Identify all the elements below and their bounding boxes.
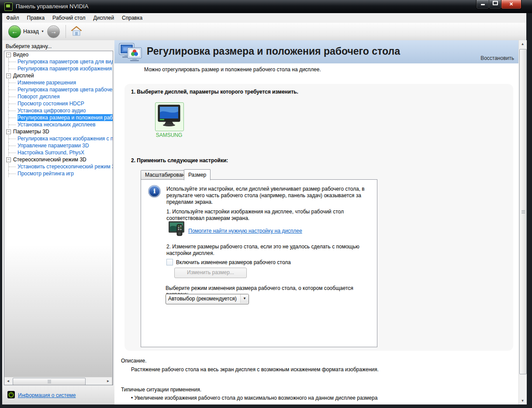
vertical-scrollbar[interactable]: ▲ ▼ [518,40,527,405]
monitor-icon [155,103,183,130]
usage-title: Типичные ситуации применения. [121,387,201,393]
back-arrow-icon: ← [11,28,18,35]
tree-item-3d-preview[interactable]: Регулировка настроек изображения с просм… [4,135,113,142]
tree-item-multiple-displays[interactable]: Установка нескольких дисплеев [4,121,113,128]
tree-item-3d-manage[interactable]: Управление параметрами 3D [4,142,113,149]
tree-category-video[interactable]: − Видео [4,51,113,58]
tree-label: Стереоскопический режим 3D [13,156,86,163]
horizontal-scrollbar[interactable]: ◄ ► [4,377,112,385]
tv-remote-icon [168,220,187,239]
sidebar: Выберите задачу... − Видео Регулировка п… [2,40,114,405]
menu-display[interactable]: Дисплей [89,13,118,23]
system-info-link[interactable]: Информация о системе [18,392,76,398]
tab-size[interactable]: Размер [184,169,211,180]
menu-desktop[interactable]: Рабочий стол [48,13,89,23]
tree-category-3d-settings[interactable]: − Параметры 3D [4,128,113,135]
scroll-down-icon[interactable]: ▼ [519,397,526,405]
tree-item-hdcp[interactable]: Просмотр состояния HDCP [4,100,113,107]
home-button[interactable] [71,26,82,37]
resize-mode-dropdown[interactable]: Автовыбор (рекомендуется) ▼ [166,294,249,304]
enable-resize-row: Включить изменение размеров рабочего сто… [166,259,291,265]
app-body: Файл Правка Рабочий стол Дисплей Справка… [2,13,526,405]
tree-item-surround-physx[interactable]: Настройка Surround, PhysX [4,149,113,156]
window-title: Панель управления NVIDIA [16,3,88,10]
tree-item-resolution[interactable]: Изменение разрешения [4,79,113,86]
step2-title: 2. Применить следующие настройки: [131,157,228,164]
tree-label: Дисплей [13,72,34,79]
enable-resize-checkbox[interactable] [166,259,173,265]
task-header: Выберите задачу... [6,43,52,49]
help-find-setting-link[interactable]: Помогите найти нужную настройку на диспл… [188,228,302,234]
collapse-icon[interactable]: − [6,129,11,134]
maximize-button[interactable] [489,0,501,9]
tree-item-video-image[interactable]: Регулировка параметров изображения для в… [4,65,113,72]
step1-title: 1. Выберите дисплей, параметры которого … [131,89,298,95]
tree-item-desktop-color[interactable]: Регулировка параметров цвета рабочего ст… [4,86,113,93]
collapse-icon[interactable]: − [6,52,11,57]
display-settings-icon [119,42,144,64]
scrollbar-grip [48,380,51,383]
collapse-icon[interactable]: − [6,73,11,78]
scroll-right-icon[interactable]: ► [104,377,112,385]
tree-label: Видео [13,51,28,58]
home-icon [71,26,82,37]
tree-item-video-color[interactable]: Регулировка параметров цвета для видео [4,58,113,65]
description-title: Описание. [121,358,147,364]
tree-item-set-stereo[interactable]: Установить стереоскопический режим 3D [4,163,113,170]
collapse-icon[interactable]: − [6,157,11,162]
close-button[interactable]: ✕ [501,0,522,9]
menu-edit[interactable]: Правка [23,13,49,23]
menu-help[interactable]: Справка [118,13,146,23]
toolbar: ← Назад ▼ → [2,23,526,41]
tree-label: Параметры 3D [13,128,49,135]
forward-button[interactable]: → [47,25,60,38]
horizontal-scrollbar-thumb[interactable] [13,378,86,385]
display-samsung-tile[interactable] [155,102,184,131]
back-label[interactable]: Назад [23,28,39,35]
info-text: Используйте эти настройки, если дисплей … [166,186,375,206]
scroll-left-icon[interactable]: ◄ [4,377,12,385]
panel-step2-text: 2. Измените размеры рабочего стола, если… [166,244,375,257]
forward-arrow-icon: → [50,28,57,35]
maximize-icon [493,1,498,5]
task-tree: − Видео Регулировка параметров цвета для… [4,51,113,385]
info-icon: i [148,185,161,198]
back-dropdown-caret-icon[interactable]: ▼ [41,30,44,33]
size-tab-panel: i Используйте эти настройки, если диспле… [141,179,377,347]
minimize-button[interactable] [476,0,489,9]
page-title: Регулировка размера и положения рабочего… [147,45,400,57]
panel-step1-text: 1. Используйте настройки изображения на … [166,209,375,222]
dropdown-value: Автовыбор (рекомендуется) [168,296,237,302]
intro-text: Можно отрегулировать размер и положение … [144,66,321,73]
scroll-up-icon[interactable]: ▲ [519,40,526,48]
app-icon [4,3,13,11]
dropdown-caret-icon[interactable]: ▼ [240,294,249,303]
enable-resize-label: Включить изменение размеров рабочего сто… [176,259,291,265]
tree-item-rotation[interactable]: Поворот дисплея [4,93,113,100]
main-content: Регулировка размера и положения рабочего… [114,40,518,405]
usage-bullet: • Увеличение изображения рабочего стола … [131,395,507,401]
display-name-label: SAMSUNG [142,132,196,138]
tree-item-game-rating[interactable]: Просмотр рейтинга игр [4,170,113,177]
restore-link[interactable]: Восстановить [480,55,514,61]
title-bar[interactable]: Панель управления NVIDIA ✕ [0,0,532,13]
tree-category-stereo-3d[interactable]: − Стереоскопический режим 3D [4,156,113,163]
scrollbar-grip [522,210,525,213]
resize-button-disabled[interactable]: Изменить размер... [174,268,247,278]
close-icon: ✕ [509,1,513,7]
tree-category-display[interactable]: − Дисплей [4,72,113,79]
back-button[interactable]: ← [8,25,21,38]
description-text: Растяжение рабочего стола на весь экран … [131,366,507,373]
sidebar-footer: Информация о системе [2,385,114,405]
tree-item-size-position-selected[interactable]: Регулировка размера и положения рабочего… [4,114,113,121]
menu-file[interactable]: Файл [2,13,23,23]
toolbar-separator [66,25,66,38]
system-info-icon [7,391,15,398]
nvidia-control-panel-window: Панель управления NVIDIA ✕ Файл Правка Р… [0,0,532,408]
menu-bar: Файл Правка Рабочий стол Дисплей Справка [2,13,526,23]
page-header: Регулировка размера и положения рабочего… [114,40,518,63]
tree-item-digital-audio[interactable]: Установка цифрового аудио [4,107,113,114]
vertical-scrollbar-thumb[interactable] [519,49,527,374]
minimize-icon [481,4,485,5]
